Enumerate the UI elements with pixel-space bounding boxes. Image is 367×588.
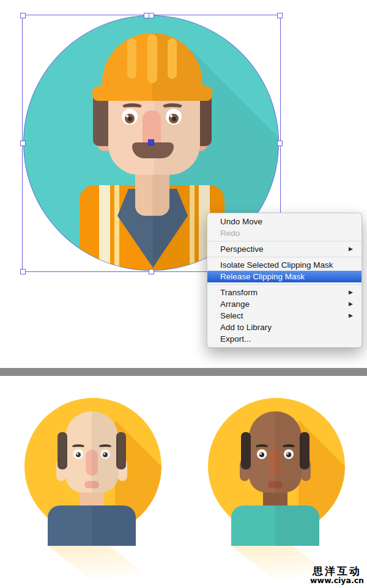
hair-left <box>57 432 67 469</box>
eye-left <box>257 449 267 459</box>
selection-handle[interactable] <box>149 13 154 18</box>
selection-handle[interactable] <box>20 269 26 274</box>
menu-item-label: Isolate Selected Clipping Mask <box>220 260 333 270</box>
watermark-brand-text: 思洋互动 <box>310 565 364 576</box>
menu-item-label: Undo Move <box>220 217 262 226</box>
menu-item-undo-move[interactable]: Undo Move <box>207 216 361 227</box>
menu-item-transform[interactable]: Transform ▶ <box>207 287 361 298</box>
path-anchor-point[interactable] <box>144 13 149 18</box>
menu-item-label: Release Clipping Mask <box>220 272 305 281</box>
selection-handle[interactable] <box>277 141 283 146</box>
menu-separator <box>207 284 361 285</box>
submenu-arrow-icon: ▶ <box>349 298 353 310</box>
menu-item-label: Export... <box>220 334 251 344</box>
menu-item-label: Select <box>220 311 243 320</box>
eye-highlight <box>260 453 262 455</box>
menu-item-label: Redo <box>220 229 240 238</box>
menu-item-arrange[interactable]: Arrange ▶ <box>207 298 361 310</box>
watermark: 思洋互动 www.ciya.cn <box>310 565 364 584</box>
eye-left <box>73 449 83 459</box>
selection-handle[interactable] <box>20 141 26 146</box>
menu-item-perspective[interactable]: Perspective ▶ <box>207 243 361 255</box>
context-menu: Undo Move Redo Perspective ▶ Isolate Sel… <box>207 213 362 348</box>
selection-center-anchor[interactable] <box>148 139 154 145</box>
submenu-arrow-icon: ▶ <box>349 287 353 298</box>
menu-item-release-clipping-mask[interactable]: Release Clipping Mask <box>207 271 361 282</box>
submenu-arrow-icon: ▶ <box>349 310 353 322</box>
face-shading <box>92 411 118 493</box>
menu-item-label: Arrange <box>220 300 250 309</box>
bald-man-light-skin-avatar <box>24 398 161 535</box>
face-shading <box>275 411 302 493</box>
menu-separator <box>207 241 361 241</box>
menu-item-export[interactable]: Export... <box>207 333 361 345</box>
divider-bar <box>0 368 367 376</box>
eye-highlight <box>76 453 78 455</box>
watermark-url-text: www.ciya.cn <box>310 576 364 584</box>
pupil <box>259 452 264 457</box>
menu-item-label: Transform <box>220 288 258 297</box>
submenu-arrow-icon: ▶ <box>349 243 353 255</box>
illustrator-canvas: Undo Move Redo Perspective ▶ Isolate Sel… <box>0 0 367 588</box>
menu-item-label: Add to Library <box>220 323 272 332</box>
menu-item-redo: Redo <box>207 227 361 239</box>
menu-separator <box>207 257 361 257</box>
shirt-shading <box>92 505 136 546</box>
selection-handle[interactable] <box>149 269 154 274</box>
menu-item-add-to-library[interactable]: Add to Library <box>207 322 361 333</box>
menu-item-select[interactable]: Select ▶ <box>207 310 361 322</box>
menu-item-isolate-selected-clipping-mask[interactable]: Isolate Selected Clipping Mask <box>207 259 361 271</box>
selection-handle[interactable] <box>20 13 26 18</box>
bald-man-dark-skin-avatar <box>208 398 345 535</box>
selection-handle[interactable] <box>277 13 283 18</box>
pupil <box>76 452 81 457</box>
menu-item-label: Perspective <box>220 244 264 254</box>
shirt-shading <box>275 505 319 546</box>
hair-left <box>241 432 251 469</box>
